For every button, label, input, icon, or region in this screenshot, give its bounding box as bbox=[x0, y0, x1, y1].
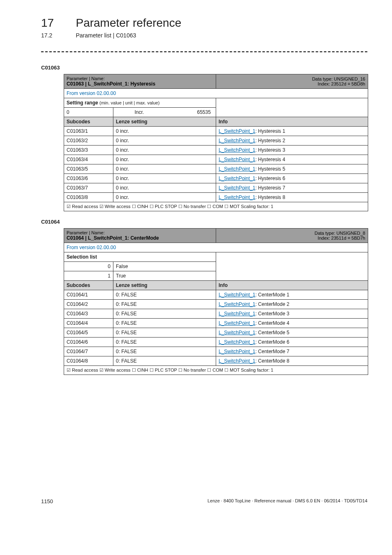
access-flags: ☑ Read access ☑ Write access ☐ CINH ☐ PL… bbox=[64, 202, 368, 211]
divider bbox=[41, 51, 367, 52]
param-datatype: Data type: UNSIGNED_8 bbox=[315, 231, 366, 236]
table-row: C01064/40: FALSEL_SwitchPoint_1: CenterM… bbox=[64, 319, 368, 328]
version: From version 02.00.00 bbox=[64, 243, 368, 252]
link[interactable]: L_SwitchPoint_1 bbox=[219, 292, 255, 298]
link[interactable]: L_SwitchPoint_1 bbox=[219, 138, 255, 143]
param-datatype: Data type: UNSIGNED_16 bbox=[312, 76, 365, 81]
selection-num: 0 bbox=[64, 262, 113, 271]
col-info: Info bbox=[216, 117, 368, 127]
param-index: Index: 23511d = 5BD7h bbox=[318, 236, 365, 240]
table-header-row: Parameter | Name: C01064 | L_SwitchPoint… bbox=[64, 229, 368, 243]
section-code: C01064 bbox=[41, 219, 367, 225]
param-name: C01063 | L_SwitchPoint_1: Hysteresis bbox=[67, 81, 155, 87]
link[interactable]: L_SwitchPoint_1 bbox=[219, 194, 255, 200]
link[interactable]: L_SwitchPoint_1 bbox=[219, 330, 255, 335]
section-code: C01063 bbox=[41, 65, 367, 71]
param-label: Parameter | Name: bbox=[67, 230, 105, 235]
table-row: C01064/50: FALSEL_SwitchPoint_1: CenterM… bbox=[64, 328, 368, 338]
param-table-c01064: Parameter | Name: C01064 | L_SwitchPoint… bbox=[64, 228, 368, 375]
col-subcodes: Subcodes bbox=[64, 117, 113, 127]
table-row: C01064/80: FALSEL_SwitchPoint_1: CenterM… bbox=[64, 356, 368, 366]
param-table-c01063: Parameter | Name: C01063 | L_SwitchPoint… bbox=[64, 74, 368, 211]
col-lenze: Lenze setting bbox=[113, 281, 216, 290]
param-name: C01064 | L_SwitchPoint_1: CenterMode bbox=[67, 235, 159, 241]
table-row: C01063/10 incr.L_SwitchPoint_1: Hysteres… bbox=[64, 127, 368, 136]
table-row: C01063/50 incr.L_SwitchPoint_1: Hysteres… bbox=[64, 164, 368, 174]
table-row: C01064/10: FALSEL_SwitchPoint_1: CenterM… bbox=[64, 290, 368, 300]
page-footer: 1150 Lenze · 8400 TopLine · Reference ma… bbox=[41, 498, 367, 504]
section-title: Parameter list | C01063 bbox=[76, 32, 136, 39]
selection-num: 1 bbox=[64, 271, 113, 281]
access-flags: ☑ Read access ☑ Write access ☐ CINH ☐ PL… bbox=[64, 366, 368, 375]
chapter-title: Parameter reference bbox=[76, 16, 181, 30]
footer-text: Lenze · 8400 TopLine · Reference manual … bbox=[208, 498, 367, 504]
link[interactable]: L_SwitchPoint_1 bbox=[219, 176, 255, 181]
page-number: 1150 bbox=[41, 498, 53, 504]
selection-list-label: Selection list bbox=[64, 252, 216, 262]
selection-val: True bbox=[113, 271, 216, 281]
link[interactable]: L_SwitchPoint_1 bbox=[219, 301, 255, 307]
param-label: Parameter | Name: bbox=[67, 76, 105, 81]
link[interactable]: L_SwitchPoint_1 bbox=[219, 349, 255, 354]
table-row: C01064/70: FALSEL_SwitchPoint_1: CenterM… bbox=[64, 347, 368, 356]
range-min: 0 bbox=[64, 108, 113, 117]
link[interactable]: L_SwitchPoint_1 bbox=[219, 320, 255, 326]
table-row: C01063/80 incr.L_SwitchPoint_1: Hysteres… bbox=[64, 193, 368, 202]
table-row: C01063/20 incr.L_SwitchPoint_1: Hysteres… bbox=[64, 136, 368, 146]
table-header-row: Parameter | Name: C01063 | L_SwitchPoint… bbox=[64, 74, 368, 89]
table-row: C01064/60: FALSEL_SwitchPoint_1: CenterM… bbox=[64, 338, 368, 347]
link[interactable]: L_SwitchPoint_1 bbox=[219, 339, 255, 345]
table-row: C01063/60 incr.L_SwitchPoint_1: Hysteres… bbox=[64, 174, 368, 183]
link[interactable]: L_SwitchPoint_1 bbox=[219, 157, 255, 162]
col-info: Info bbox=[216, 281, 368, 290]
version: From version 02.00.00 bbox=[64, 89, 368, 98]
link[interactable]: L_SwitchPoint_1 bbox=[219, 358, 255, 364]
col-lenze: Lenze setting bbox=[113, 117, 216, 127]
table-row: C01064/30: FALSEL_SwitchPoint_1: CenterM… bbox=[64, 309, 368, 319]
param-index: Index: 23512d = 5BD8h bbox=[318, 81, 365, 86]
range-suffix: (min. value | unit | max. value) bbox=[99, 100, 159, 105]
range-label: Setting range bbox=[67, 100, 98, 106]
chapter-number: 17 bbox=[41, 16, 74, 30]
section-number: 17.2 bbox=[41, 32, 74, 39]
page-header: 17 Parameter reference 17.2 Parameter li… bbox=[41, 16, 367, 39]
range-max: 65535 bbox=[164, 109, 211, 115]
range-unit: Incr. bbox=[116, 109, 163, 115]
table-row: C01064/20: FALSEL_SwitchPoint_1: CenterM… bbox=[64, 300, 368, 309]
table-row: C01063/40 incr.L_SwitchPoint_1: Hysteres… bbox=[64, 155, 368, 164]
link[interactable]: L_SwitchPoint_1 bbox=[219, 311, 255, 317]
col-subcodes: Subcodes bbox=[64, 281, 113, 290]
link[interactable]: L_SwitchPoint_1 bbox=[219, 128, 255, 134]
link[interactable]: L_SwitchPoint_1 bbox=[219, 147, 255, 153]
link[interactable]: L_SwitchPoint_1 bbox=[219, 185, 255, 191]
table-row: C01063/70 incr.L_SwitchPoint_1: Hysteres… bbox=[64, 183, 368, 193]
selection-val: False bbox=[113, 262, 216, 271]
table-row: C01063/30 incr.L_SwitchPoint_1: Hysteres… bbox=[64, 146, 368, 155]
link[interactable]: L_SwitchPoint_1 bbox=[219, 166, 255, 172]
